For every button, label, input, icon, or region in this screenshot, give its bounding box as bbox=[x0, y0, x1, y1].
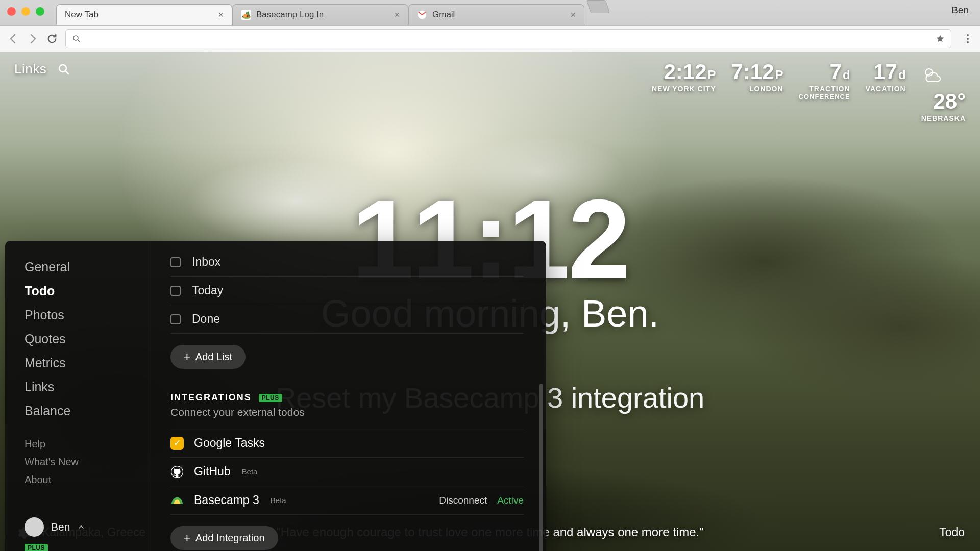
sidebar-user-button[interactable]: Ben bbox=[24, 517, 148, 541]
browser-tab-new-tab[interactable]: New Tab × bbox=[56, 4, 232, 25]
forward-button[interactable] bbox=[27, 33, 39, 45]
plus-badge: PLUS bbox=[24, 544, 48, 551]
settings-content: Inbox Today Done + Add List bbox=[148, 241, 546, 551]
plus-icon: + bbox=[184, 352, 190, 363]
sidebar-item-help[interactable]: Help bbox=[24, 435, 148, 453]
weather-label: NEBRASKA bbox=[921, 114, 966, 122]
list-name: Today bbox=[192, 284, 223, 297]
sidebar-item-photos[interactable]: Photos bbox=[24, 303, 148, 327]
clock-nyc[interactable]: 2:12P NEW YORK CITY bbox=[652, 61, 716, 93]
integration-row-google-tasks[interactable]: ✓ Google Tasks bbox=[170, 429, 524, 457]
sidebar-item-todo[interactable]: Todo bbox=[24, 279, 148, 303]
window-zoom-button[interactable] bbox=[36, 7, 44, 16]
browser-menu-button[interactable] bbox=[963, 34, 973, 44]
clock-london[interactable]: 7:12P LONDON bbox=[731, 61, 783, 93]
browser-profile-button[interactable]: Ben bbox=[951, 5, 974, 21]
add-list-button[interactable]: + Add List bbox=[170, 345, 246, 369]
browser-toolbar bbox=[0, 25, 980, 52]
close-icon[interactable]: × bbox=[218, 10, 224, 19]
close-icon[interactable]: × bbox=[570, 10, 576, 19]
svg-point-1 bbox=[74, 36, 78, 40]
sidebar-item-metrics[interactable]: Metrics bbox=[24, 351, 148, 375]
list-name: Done bbox=[192, 312, 220, 326]
browser-tab-gmail[interactable]: Gmail × bbox=[408, 4, 584, 25]
avatar bbox=[24, 517, 44, 537]
disconnect-button[interactable]: Disconnect bbox=[439, 495, 487, 506]
search-icon[interactable] bbox=[58, 63, 70, 76]
integration-name: GitHub bbox=[194, 465, 231, 479]
weather-widget[interactable]: 28° NEBRASKA bbox=[921, 61, 966, 122]
list-name: Inbox bbox=[192, 255, 220, 269]
new-tab-button[interactable] bbox=[586, 0, 610, 13]
integrations-heading: INTEGRATIONS bbox=[170, 392, 252, 403]
settings-panel: General Todo Photos Quotes Metrics Links… bbox=[5, 241, 546, 551]
countdown-label: TRACTION bbox=[809, 85, 850, 93]
checkbox-icon bbox=[170, 257, 181, 267]
todo-list-row[interactable]: Today bbox=[170, 277, 524, 305]
countdown-vacation[interactable]: 17d VACATION bbox=[866, 61, 906, 93]
integrations-subtitle: Connect your external todos bbox=[170, 406, 524, 418]
google-tasks-icon: ✓ bbox=[170, 437, 184, 450]
settings-sidebar: General Todo Photos Quotes Metrics Links… bbox=[5, 241, 148, 551]
tab-title: Gmail bbox=[432, 10, 455, 20]
svg-point-2 bbox=[59, 65, 66, 72]
clock-label: LONDON bbox=[749, 85, 783, 93]
integration-name: Basecamp 3 bbox=[194, 493, 259, 507]
checkbox-icon bbox=[170, 286, 181, 296]
countdown-label2: CONFERENCE bbox=[799, 93, 850, 101]
clock-label: NEW YORK CITY bbox=[652, 85, 716, 93]
basecamp-icon bbox=[170, 494, 184, 507]
window-traffic-lights bbox=[7, 7, 44, 16]
beta-badge: Beta bbox=[271, 496, 286, 505]
sidebar-item-balance[interactable]: Balance bbox=[24, 399, 148, 423]
scrollbar-thumb[interactable] bbox=[539, 384, 543, 551]
sidebar-item-general[interactable]: General bbox=[24, 255, 148, 279]
plus-icon: + bbox=[184, 533, 190, 544]
sidebar-item-links[interactable]: Links bbox=[24, 375, 148, 399]
add-integration-button[interactable]: + Add Integration bbox=[170, 526, 278, 550]
browser-tabstrip: New Tab × 🏕️ Basecamp Log In × Gmail × B… bbox=[0, 0, 980, 25]
todo-list-row[interactable]: Done bbox=[170, 305, 524, 334]
back-button[interactable] bbox=[7, 33, 19, 45]
weather-cloudy-icon bbox=[921, 63, 944, 86]
integration-row-github[interactable]: GitHub Beta bbox=[170, 457, 524, 486]
tab-title: Basecamp Log In bbox=[256, 10, 324, 20]
status-active-label: Active bbox=[497, 495, 524, 506]
beta-badge: Beta bbox=[242, 467, 258, 476]
sidebar-item-quotes[interactable]: Quotes bbox=[24, 327, 148, 351]
tab-title: New Tab bbox=[65, 10, 99, 20]
chevron-up-icon bbox=[77, 523, 85, 531]
gmail-favicon-icon bbox=[417, 10, 427, 20]
links-button[interactable]: Links bbox=[14, 61, 46, 77]
todo-list-row[interactable]: Inbox bbox=[170, 248, 524, 277]
sidebar-item-whatsnew[interactable]: What's New bbox=[24, 453, 148, 471]
todo-toggle[interactable]: Todo bbox=[939, 525, 965, 539]
integration-name: Google Tasks bbox=[194, 436, 265, 450]
github-icon bbox=[170, 465, 184, 479]
window-close-button[interactable] bbox=[7, 7, 16, 16]
reload-button[interactable] bbox=[46, 33, 58, 45]
close-icon[interactable]: × bbox=[394, 10, 400, 19]
user-name: Ben bbox=[51, 521, 70, 533]
browser-tab-basecamp[interactable]: 🏕️ Basecamp Log In × bbox=[232, 4, 408, 25]
countdown-label: VACATION bbox=[866, 85, 906, 93]
basecamp-favicon-icon: 🏕️ bbox=[241, 10, 251, 20]
checkbox-icon bbox=[170, 314, 181, 324]
plus-badge: PLUS bbox=[259, 394, 282, 402]
integration-row-basecamp[interactable]: Basecamp 3 Beta Disconnect Active bbox=[170, 486, 524, 515]
search-icon bbox=[72, 34, 81, 43]
window-minimize-button[interactable] bbox=[21, 7, 30, 16]
countdown-traction[interactable]: 7d TRACTION CONFERENCE bbox=[799, 61, 850, 101]
address-bar[interactable] bbox=[65, 29, 951, 48]
sidebar-item-about[interactable]: About bbox=[24, 471, 148, 489]
bookmark-star-icon[interactable] bbox=[936, 34, 945, 43]
